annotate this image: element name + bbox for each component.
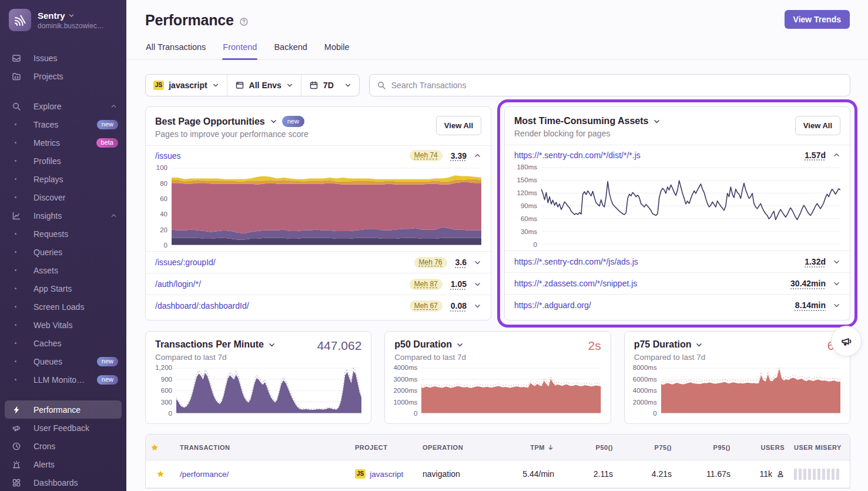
transaction-link[interactable]: /performance/	[180, 470, 229, 479]
row-value[interactable]: 1.05	[451, 279, 467, 289]
star-icon[interactable]	[156, 470, 165, 478]
score-badge[interactable]: Meh 67	[410, 300, 443, 312]
feedback-fab-button[interactable]	[831, 326, 862, 356]
row-value[interactable]: 1.57d	[805, 151, 826, 160]
org-switcher[interactable]: Sentry dominik.buszowiec…	[0, 0, 126, 38]
sidebar-item-discover[interactable]: Discover	[0, 188, 126, 206]
sidebar-item-user-feedback[interactable]: User Feedback	[0, 419, 126, 437]
row-value[interactable]: 0.08	[451, 301, 467, 310]
p50-chart: 4000ms3000ms2000ms1000ms0	[385, 363, 610, 413]
score-badge[interactable]: Meh 76	[414, 257, 447, 268]
column-tpm[interactable]: TPM	[484, 444, 559, 451]
search-input[interactable]	[391, 81, 843, 90]
sidebar-item-queries[interactable]: Queries	[0, 243, 126, 261]
column-operation[interactable]: OPERATION	[418, 444, 484, 451]
card-row: /dashboard/:dashboardId/ Meh 67 0.08	[146, 295, 491, 316]
tab-frontend[interactable]: Frontend	[222, 42, 257, 59]
row-value[interactable]: 30.42min	[790, 279, 826, 288]
asset-link[interactable]: https://*.sentry-cdn.com/*/dist/*/*.js	[514, 151, 641, 160]
chevron-up-icon[interactable]	[474, 152, 481, 159]
row-value[interactable]: 1.32d	[805, 257, 826, 266]
y-axis: 180ms150ms120ms90ms60ms30ms0	[511, 167, 541, 245]
score-badge[interactable]: Meh 87	[410, 279, 443, 290]
view-all-button[interactable]: View All	[436, 116, 481, 135]
transactions-table: TRANSACTION PROJECT OPERATION	[145, 434, 850, 489]
asset-link[interactable]: https://*.zdassets.com/*/snippet.js	[514, 279, 637, 288]
card-title[interactable]: Transactions Per Minute	[155, 339, 264, 350]
transaction-link[interactable]: /auth/login/*/	[155, 279, 201, 289]
transaction-link[interactable]: /issues	[155, 151, 181, 161]
column-user-misery[interactable]: USER MISERY	[789, 444, 850, 451]
sidebar-item-replays[interactable]: Replays	[0, 170, 126, 188]
column-p95[interactable]: P95()	[676, 444, 735, 451]
sidebar-item-alerts[interactable]: Alerts	[0, 455, 126, 473]
sidebar-item-assets[interactable]: Assets	[0, 261, 126, 279]
column-p75[interactable]: P75()	[618, 444, 676, 451]
asset-link[interactable]: https://*.sentry-cdn.com/*/js/ads.js	[514, 257, 638, 266]
sidebar-item-performance[interactable]: Performance	[5, 400, 122, 419]
js-platform-badge: JS	[355, 469, 366, 479]
sidebar-item-projects[interactable]: Projects	[0, 67, 126, 85]
sidebar-item-requests[interactable]: Requests	[0, 225, 126, 243]
column-p50[interactable]: P50()	[559, 444, 618, 451]
chevron-up-icon[interactable]	[110, 103, 117, 109]
transaction-link[interactable]: /issues/:groupId/	[155, 258, 216, 267]
asset-link[interactable]: https://*.adguard.org/	[514, 300, 591, 310]
sidebar-item-app-starts[interactable]: App Starts	[0, 279, 126, 298]
table-row: /performance/ JS javascript navigation 5…	[146, 460, 850, 488]
card-title[interactable]: Best Page Opportunities	[155, 116, 265, 127]
chevron-down-icon[interactable]	[474, 280, 481, 288]
transactions-per-minute-card: Transactions Per Minute Compared to last…	[145, 331, 371, 424]
chevron-down-icon[interactable]	[268, 341, 276, 349]
row-value[interactable]: 8.14min	[795, 300, 826, 310]
tab-backend[interactable]: Backend	[273, 42, 307, 59]
view-trends-button[interactable]: View Trends	[785, 10, 850, 29]
chevron-down-icon[interactable]	[833, 302, 840, 309]
help-icon[interactable]	[239, 17, 249, 26]
tab-mobile[interactable]: Mobile	[324, 42, 350, 59]
transaction-link[interactable]: /dashboard/:dashboardId/	[155, 301, 249, 310]
projects-icon	[12, 72, 25, 81]
row-value[interactable]: 3.39	[451, 151, 467, 161]
chevron-up-icon[interactable]	[110, 212, 117, 219]
chevron-down-icon[interactable]	[653, 118, 661, 125]
sidebar-item-dashboards[interactable]: Dashboards	[0, 473, 126, 491]
score-badge[interactable]: Meh 74	[410, 150, 443, 161]
date-range-filter[interactable]: 7D	[301, 75, 359, 96]
column-users[interactable]: USERS	[735, 444, 789, 451]
sidebar-item-web-vitals[interactable]: Web Vitals	[0, 316, 126, 334]
sidebar-item-explore[interactable]: Explore	[0, 97, 126, 115]
view-all-button[interactable]: View All	[795, 116, 840, 135]
chevron-down-icon[interactable]	[833, 280, 840, 288]
card-title[interactable]: p50 Duration	[394, 339, 452, 350]
megaphone-icon	[12, 423, 25, 433]
chevron-down-icon[interactable]	[270, 118, 277, 125]
project-filter[interactable]: JS javascript	[146, 75, 227, 96]
sidebar-item-queues[interactable]: Queues new	[0, 352, 126, 370]
sidebar-item-issues[interactable]: Issues	[0, 49, 126, 67]
card-title[interactable]: p75 Duration	[634, 339, 692, 350]
chevron-down-icon[interactable]	[474, 302, 481, 310]
environment-filter[interactable]: All Envs	[227, 75, 301, 96]
column-project[interactable]: PROJECT	[350, 444, 418, 451]
chevron-up-icon[interactable]	[833, 151, 840, 159]
sidebar-item-crons[interactable]: Crons	[0, 437, 126, 455]
lightning-icon	[12, 405, 25, 415]
chevron-down-icon[interactable]	[695, 341, 703, 349]
chevron-down-icon[interactable]	[456, 341, 464, 349]
tab-all-transactions[interactable]: All Transactions	[145, 42, 206, 59]
sidebar-item-traces[interactable]: Traces new	[0, 115, 126, 133]
card-title[interactable]: Most Time-Consuming Assets	[514, 116, 648, 126]
chevron-down-icon[interactable]	[474, 259, 481, 266]
project-link[interactable]: javascript	[370, 470, 403, 479]
column-favorite[interactable]	[146, 443, 175, 452]
sidebar-item-screen-loads[interactable]: Screen Loads	[0, 298, 126, 316]
column-transaction[interactable]: TRANSACTION	[175, 444, 350, 451]
row-value[interactable]: 3.6	[455, 258, 467, 267]
sidebar-item-metrics[interactable]: Metrics beta	[0, 133, 126, 152]
sidebar-item-llm-monitoring[interactable]: LLM Monito… new	[0, 370, 126, 389]
sidebar-item-profiles[interactable]: Profiles	[0, 152, 126, 170]
sidebar-item-insights[interactable]: Insights	[0, 206, 126, 225]
chevron-down-icon[interactable]	[833, 258, 840, 266]
sidebar-item-caches[interactable]: Caches	[0, 334, 126, 352]
